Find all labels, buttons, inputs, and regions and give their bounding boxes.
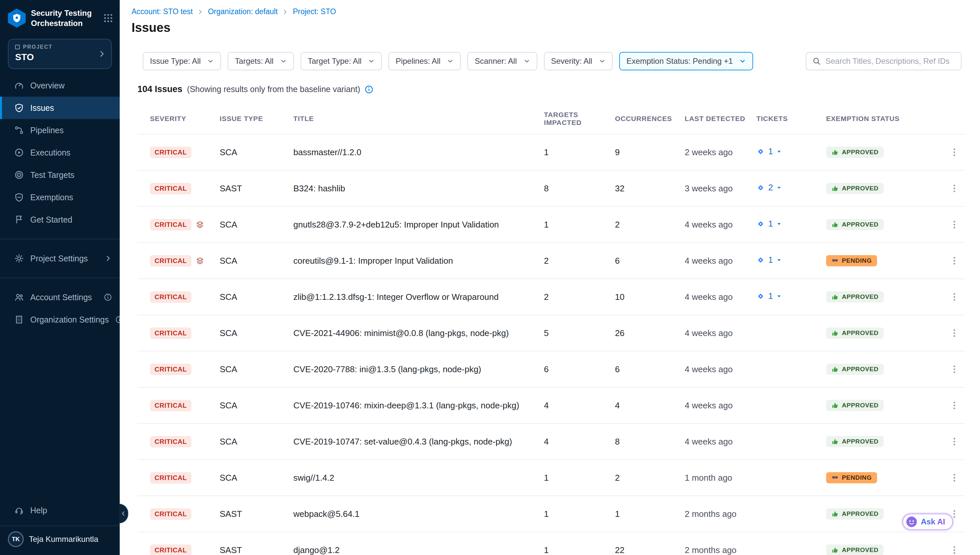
exemption-status-cell: APPROVED	[826, 544, 944, 555]
row-menu-button[interactable]	[944, 220, 965, 229]
sidebar-item-organization-settings[interactable]: Organization Settings	[0, 308, 120, 331]
row-menu-button[interactable]	[944, 183, 965, 193]
ticket-count-dropdown[interactable]: 2	[756, 183, 782, 192]
caret-down-icon	[776, 257, 782, 263]
sidebar-item-label: Project Settings	[30, 254, 98, 263]
sidebar-item-issues[interactable]: Issues	[0, 97, 120, 119]
row-menu-button[interactable]	[944, 545, 965, 555]
table-row[interactable]: CRITICALSASTdjango@1.21222 months agoAPP…	[138, 532, 965, 555]
issue-title: CVE-2019-10747: set-value@0.4.3 (lang-pk…	[294, 436, 544, 447]
row-menu-button[interactable]	[944, 436, 965, 446]
exemption-status-label: APPROVED	[842, 329, 878, 337]
table-row[interactable]: CRITICALSCAcoreutils@9.1-1: Improper Inp…	[138, 242, 965, 279]
row-menu-button[interactable]	[944, 473, 965, 483]
filter-severity[interactable]: Severity: All	[544, 52, 613, 71]
sidebar-item-get-started[interactable]: Get Started	[0, 209, 120, 231]
sidebar-item-exemptions[interactable]: Exemptions	[0, 186, 120, 209]
table-row[interactable]: CRITICALSCACVE-2021-44906: minimist@0.0.…	[138, 314, 965, 351]
column-header: OCCURRENCES	[615, 115, 685, 123]
table-row[interactable]: CRITICALSCAgnutls28@3.7.9-2+deb12u5: Imp…	[138, 206, 965, 242]
ticket-count-dropdown[interactable]: 1	[756, 146, 782, 157]
filter-exemption-status[interactable]: Exemption Status: Pending +1	[619, 52, 754, 71]
row-menu-button[interactable]	[944, 256, 965, 266]
sidebar-item-label: Test Targets	[30, 170, 112, 180]
sidebar-item-account-settings[interactable]: Account Settings	[0, 286, 120, 308]
chevron-down-icon	[368, 58, 375, 64]
breadcrumb-link[interactable]: Account: STO test	[132, 7, 193, 16]
main-content: Account: STO testOrganization: defaultPr…	[120, 0, 980, 555]
approved-icon	[831, 149, 839, 156]
kebab-icon	[950, 328, 959, 338]
sidebar-header: Security Testing Orchestration	[0, 0, 120, 34]
filter-pipelines[interactable]: Pipelines: All	[388, 52, 461, 71]
row-menu-button[interactable]	[944, 147, 965, 157]
table-row[interactable]: CRITICALSASTwebpack@5.64.1112 months ago…	[138, 496, 965, 532]
ticket-count-dropdown[interactable]: 1	[756, 291, 782, 301]
sidebar-item-executions[interactable]: Executions	[0, 141, 120, 164]
severity-badge: CRITICAL	[150, 436, 191, 448]
filter-targets[interactable]: Targets: All	[228, 52, 294, 71]
severity-cell: CRITICAL	[150, 327, 220, 339]
sidebar-item-help[interactable]: Help	[0, 499, 120, 521]
row-menu-button[interactable]	[944, 364, 965, 374]
row-menu-button[interactable]	[944, 328, 965, 338]
pipelines-icon	[14, 125, 24, 135]
filter-label: Target Type: All	[308, 56, 362, 66]
layers-icon	[196, 257, 204, 265]
table-row[interactable]: CRITICALSCAbassmaster//1.2.0192 weeks ag…	[138, 134, 965, 170]
search-input[interactable]	[826, 56, 955, 66]
exemption-status-cell: APPROVED	[826, 364, 944, 375]
exemption-status-label: PENDING	[842, 474, 872, 481]
issue-title: bassmaster//1.2.0	[294, 147, 544, 157]
issue-type: SAST	[220, 545, 294, 555]
jira-ticket-icon	[756, 147, 765, 156]
sidebar-nav: OverviewIssuesPipelinesExecutionsTest Ta…	[0, 74, 120, 231]
last-detected: 4 weeks ago	[685, 436, 756, 447]
baseline-info-icon[interactable]	[365, 85, 373, 94]
caret-down-icon	[776, 185, 782, 191]
ticket-count-dropdown[interactable]: 1	[756, 219, 782, 229]
ask-ai-button[interactable]: Ask AI	[902, 513, 953, 530]
filter-target-type[interactable]: Target Type: All	[301, 52, 382, 71]
tickets-cell: 1	[756, 291, 826, 303]
filter-issue-type[interactable]: Issue Type: All	[143, 52, 221, 71]
module-switcher-icon[interactable]	[103, 13, 113, 23]
table-row[interactable]: CRITICALSCACVE-2020-7788: ini@1.3.5 (lan…	[138, 351, 965, 387]
chevron-right-icon	[98, 50, 106, 58]
exemption-status-badge: APPROVED	[826, 508, 884, 520]
org-icon	[14, 315, 24, 324]
table-row[interactable]: CRITICALSCAzlib@1:1.2.13.dfsg-1: Integer…	[138, 279, 965, 314]
severity-cell: CRITICAL	[150, 291, 220, 303]
ticket-count-dropdown[interactable]: 1	[756, 255, 782, 265]
table-row[interactable]: CRITICALSCACVE-2019-10747: set-value@0.4…	[138, 423, 965, 459]
user-menu[interactable]: TK Teja Kummarikuntla	[0, 525, 120, 555]
breadcrumb-link[interactable]: Project: STO	[293, 7, 336, 16]
exemptions-icon	[14, 192, 24, 202]
table-row[interactable]: CRITICALSASTB324: hashlib8323 weeks ago2…	[138, 170, 965, 206]
breadcrumb-link[interactable]: Organization: default	[208, 7, 277, 16]
sidebar-item-pipelines[interactable]: Pipelines	[0, 119, 120, 141]
table-row[interactable]: CRITICALSCAswig//1.4.2121 month agoPENDI…	[138, 459, 965, 496]
kebab-icon	[950, 436, 959, 446]
approved-icon	[831, 329, 839, 337]
exemption-status-cell: APPROVED	[826, 436, 944, 448]
filter-label: Issue Type: All	[150, 56, 200, 66]
tickets-cell: 1	[756, 146, 826, 158]
sidebar-item-project-settings[interactable]: Project Settings	[0, 247, 120, 269]
exemption-status-cell: PENDING	[826, 472, 944, 484]
row-menu-button[interactable]	[944, 401, 965, 410]
filter-scanner[interactable]: Scanner: All	[467, 52, 537, 71]
sidebar-item-test-targets[interactable]: Test Targets	[0, 164, 120, 186]
row-menu-button[interactable]	[944, 292, 965, 302]
exemption-status-badge: APPROVED	[826, 291, 884, 303]
project-selector[interactable]: PROJECT STO	[8, 39, 112, 69]
column-header: ISSUE TYPE	[220, 115, 294, 123]
layers-icon	[196, 221, 204, 228]
test-targets-icon	[14, 170, 24, 180]
table-row[interactable]: CRITICALSCACVE-2019-10746: mixin-deep@1.…	[138, 387, 965, 423]
sidebar: Security Testing Orchestration PROJECT S…	[0, 0, 120, 555]
search-icon	[812, 57, 821, 66]
sidebar-item-overview[interactable]: Overview	[0, 74, 120, 97]
severity-cell: CRITICAL	[150, 508, 220, 520]
last-detected: 2 weeks ago	[685, 147, 756, 157]
